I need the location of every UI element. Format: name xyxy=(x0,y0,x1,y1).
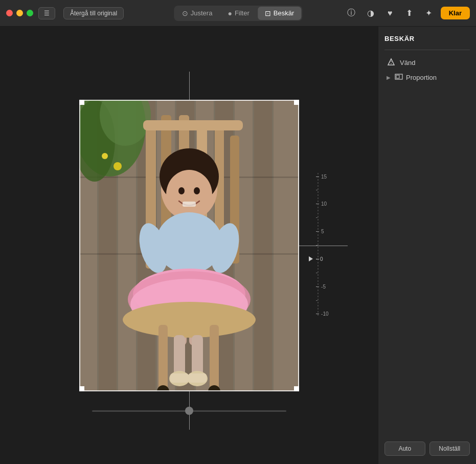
svg-point-17 xyxy=(114,162,122,170)
photo-image xyxy=(79,100,299,391)
tab-beskär-label: Beskär xyxy=(274,9,294,17)
svg-point-32 xyxy=(194,187,200,194)
svg-rect-11 xyxy=(274,100,299,391)
revert-button[interactable]: Återgå till original xyxy=(63,7,124,19)
tab-beskär[interactable]: ⊡ Beskär xyxy=(258,7,301,20)
annotation-line-top xyxy=(189,72,190,100)
info-button[interactable]: ⓘ xyxy=(344,6,359,21)
panel-spacer xyxy=(384,85,470,436)
close-button[interactable] xyxy=(6,10,13,16)
photo-area: 15 10 5 xyxy=(0,27,378,464)
done-button[interactable]: Klar xyxy=(441,7,470,19)
traffic-lights xyxy=(6,10,33,16)
titlebar: ☰ Återgå till original ⊙ Justera ● Filte… xyxy=(0,0,476,27)
photo-container[interactable] xyxy=(79,100,299,391)
chevron-right-icon: ▶ xyxy=(387,75,391,80)
share-button[interactable]: ⬆ xyxy=(402,6,417,21)
flip-label: Vänd xyxy=(400,59,415,67)
proportion-svg xyxy=(395,73,403,81)
beskär-icon: ⊡ xyxy=(265,9,271,17)
flip-icon xyxy=(387,58,396,68)
svg-point-31 xyxy=(178,187,185,194)
proportion-row[interactable]: ▶ Proportion xyxy=(384,70,470,85)
svg-point-18 xyxy=(102,153,108,159)
tab-filter[interactable]: ● Filter xyxy=(220,7,256,20)
bottom-slider-track[interactable] xyxy=(92,410,286,412)
sidebar-toggle-button[interactable]: ☰ xyxy=(38,7,55,19)
reset-button[interactable]: Nollställ xyxy=(429,441,470,456)
svg-rect-44 xyxy=(192,335,203,376)
svg-rect-47 xyxy=(170,373,189,383)
svg-rect-57 xyxy=(396,75,399,78)
proportion-label: Proportion xyxy=(406,74,437,81)
svg-point-30 xyxy=(166,170,212,219)
bottom-slider-container xyxy=(79,410,299,412)
svg-rect-33 xyxy=(183,202,196,207)
tab-justera[interactable]: ⊙ Justera xyxy=(175,7,220,20)
photo-svg xyxy=(79,100,299,391)
auto-button[interactable]: Auto xyxy=(384,441,425,456)
proportion-icon xyxy=(395,73,403,82)
svg-rect-10 xyxy=(254,100,272,391)
svg-rect-43 xyxy=(174,335,185,376)
flip-row[interactable]: Vänd xyxy=(384,55,470,70)
svg-rect-25 xyxy=(143,120,243,130)
rotation-arc-svg xyxy=(318,173,328,316)
tab-justera-label: Justera xyxy=(191,9,213,17)
right-panel: BESKÄR Vänd ▶ Proportion xyxy=(378,27,476,464)
justera-icon: ⊙ xyxy=(182,9,188,17)
compare-button[interactable]: ◑ xyxy=(363,6,378,21)
panel-bottom-buttons: Auto Nollställ xyxy=(384,436,470,456)
rotation-arc-container xyxy=(318,173,328,318)
rotation-indicator-arrow xyxy=(309,256,313,261)
svg-point-42 xyxy=(123,302,256,338)
svg-rect-50 xyxy=(210,325,219,391)
panel-title: BESKÄR xyxy=(384,35,470,42)
tab-group: ⊙ Justera ● Filter ⊡ Beskär xyxy=(174,6,302,21)
toolbar-right: ⓘ ◑ ♥ ⬆ ✦ Klar xyxy=(344,6,470,21)
panel-divider-top xyxy=(384,50,470,50)
svg-rect-48 xyxy=(188,373,207,383)
filter-icon: ● xyxy=(228,9,232,17)
flip-svg xyxy=(387,58,395,66)
tools-button[interactable]: ✦ xyxy=(421,6,437,21)
minimize-button[interactable] xyxy=(16,10,23,16)
bottom-slider-thumb[interactable] xyxy=(185,407,193,415)
maximize-button[interactable] xyxy=(27,10,33,16)
main-content: 15 10 5 xyxy=(0,27,476,464)
favorite-button[interactable]: ♥ xyxy=(382,6,398,21)
tab-filter-label: Filter xyxy=(235,9,250,17)
svg-rect-49 xyxy=(158,325,168,391)
